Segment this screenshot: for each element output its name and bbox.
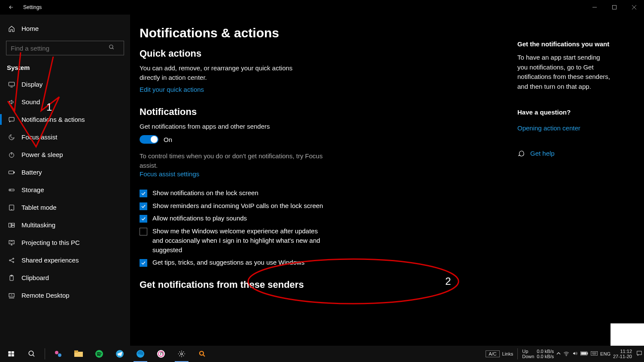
- checkbox-4[interactable]: [140, 259, 147, 267]
- app-itunes[interactable]: [152, 346, 170, 362]
- sidebar-item-focus-assist[interactable]: Focus assist: [0, 128, 130, 146]
- svg-point-14: [10, 190, 10, 190]
- tray-clock[interactable]: 11:1227-11-20: [613, 349, 634, 359]
- close-button[interactable]: [624, 0, 644, 15]
- svg-rect-18: [12, 223, 15, 225]
- sidebar-item-multitasking[interactable]: Multitasking: [0, 216, 130, 234]
- clipboard-icon: [8, 275, 15, 281]
- svg-point-23: [13, 261, 14, 262]
- app-edge[interactable]: [131, 346, 150, 362]
- get-help-link[interactable]: Get help: [530, 150, 555, 157]
- aside-want-heading: Get the notifications you want: [517, 40, 612, 48]
- quick-actions-heading: Quick actions: [140, 48, 509, 59]
- back-button[interactable]: [3, 0, 20, 15]
- svg-line-35: [33, 355, 34, 356]
- tablet-icon: [8, 204, 15, 211]
- notifications-toggle[interactable]: [140, 135, 158, 144]
- app-settings[interactable]: [172, 346, 191, 362]
- remote-icon: [8, 292, 15, 299]
- sidebar-item-tablet-mode[interactable]: Tablet mode: [0, 199, 130, 216]
- checkbox-label-3: Show me the Windows welcome experience a…: [152, 226, 324, 254]
- tray-net-values: 0.0 kB/s0.0 kB/s: [537, 349, 554, 359]
- taskbar: A/C Links UpDown 0.0 kB/s0.0 kB/s ENG 11…: [0, 346, 644, 362]
- svg-point-34: [29, 351, 33, 356]
- aside: Get the notifications you want To have a…: [517, 23, 620, 346]
- checkbox-1[interactable]: [140, 202, 147, 210]
- sidebar-item-label: Notifications & actions: [21, 116, 85, 123]
- tray-battery-icon[interactable]: [580, 351, 588, 356]
- edit-quick-actions-link[interactable]: Edit your quick actions: [140, 86, 204, 93]
- sidebar-item-remote-desktop[interactable]: Remote Desktop: [0, 287, 130, 304]
- focus-assist-link[interactable]: Focus assist settings: [140, 170, 199, 178]
- sidebar-item-battery[interactable]: Battery: [0, 163, 130, 181]
- checkbox-label-0: Show notifications on the lock screen: [152, 188, 258, 198]
- tray-keyboard-icon[interactable]: [591, 351, 598, 356]
- app-telegram[interactable]: [110, 346, 129, 362]
- svg-rect-17: [9, 223, 11, 227]
- sidebar-item-label: Display: [21, 81, 43, 88]
- sidebar-item-power-sleep[interactable]: Power & sleep: [0, 146, 130, 163]
- sidebar-item-sound[interactable]: Sound: [0, 93, 130, 111]
- sidebar-item-clipboard[interactable]: Clipboard: [0, 269, 130, 287]
- sidebar-item-label: Multitasking: [21, 221, 55, 229]
- app-paint[interactable]: [49, 346, 67, 362]
- tray-language[interactable]: ENG: [600, 351, 611, 356]
- checkbox-3[interactable]: [140, 228, 147, 235]
- tray-chevron-up-icon[interactable]: [556, 351, 561, 356]
- power-icon: [8, 151, 15, 158]
- sidebar-item-shared-experiences[interactable]: Shared experiences: [0, 251, 130, 269]
- sidebar-item-label: Sound: [21, 98, 40, 106]
- minimize-button[interactable]: [585, 0, 605, 15]
- svg-point-22: [13, 258, 14, 259]
- sidebar-item-label: Shared experiences: [21, 256, 79, 264]
- maximize-button[interactable]: [605, 0, 624, 15]
- section-title: System: [0, 57, 130, 75]
- checkbox-label-1: Show reminders and incoming VoIP calls o…: [152, 201, 323, 211]
- sidebar-item-label: Clipboard: [21, 274, 49, 281]
- sidebar-item-storage[interactable]: Storage: [0, 181, 130, 199]
- app-everything[interactable]: [193, 346, 212, 362]
- tray-links[interactable]: Links: [502, 351, 513, 356]
- search-input[interactable]: [6, 41, 124, 55]
- moon-icon: [8, 134, 15, 141]
- svg-point-36: [55, 351, 58, 354]
- sidebar-item-projecting-to-this-pc[interactable]: Projecting to this PC: [0, 234, 130, 251]
- search-button[interactable]: [22, 346, 41, 362]
- chat-icon: [517, 149, 525, 157]
- sidebar: Home System DisplaySoundNotifications & …: [0, 15, 130, 346]
- svg-line-47: [203, 355, 205, 357]
- home-row[interactable]: Home: [0, 21, 130, 36]
- sidebar-item-label: Projecting to this PC: [21, 239, 80, 246]
- sidebar-item-display[interactable]: Display: [0, 75, 130, 93]
- checkbox-label-2: Allow notifications to play sounds: [152, 214, 247, 223]
- svg-line-25: [10, 260, 12, 262]
- sidebar-item-label: Storage: [21, 186, 44, 193]
- sidebar-item-notifications-actions[interactable]: Notifications & actions: [0, 111, 130, 128]
- tray-volume-icon[interactable]: [572, 351, 578, 357]
- app-spotify[interactable]: [90, 346, 109, 362]
- multitask-icon: [8, 222, 15, 229]
- start-button[interactable]: [2, 346, 21, 362]
- aside-question-heading: Have a question?: [517, 109, 612, 116]
- svg-rect-8: [9, 117, 14, 121]
- svg-rect-28: [9, 293, 14, 297]
- tray-wifi-icon[interactable]: [563, 351, 569, 357]
- svg-rect-31: [12, 351, 14, 353]
- aside-question-link[interactable]: Opening action center: [517, 124, 580, 132]
- tray-ac[interactable]: A/C: [486, 350, 499, 357]
- checkbox-0[interactable]: [140, 190, 147, 197]
- senders-heading: Get notifications from these senders: [140, 279, 509, 290]
- sidebar-item-label: Battery: [21, 169, 42, 176]
- focus-blurb: To control times when you do or don't ge…: [140, 151, 324, 170]
- svg-point-21: [9, 259, 11, 261]
- svg-point-45: [181, 353, 183, 355]
- aside-want-text: To have an app start sending you notific…: [517, 53, 612, 91]
- app-file-explorer[interactable]: [69, 346, 88, 362]
- storage-icon: [8, 187, 15, 193]
- svg-rect-51: [587, 353, 588, 355]
- tray-net-labels: UpDown: [522, 349, 534, 359]
- svg-rect-30: [8, 351, 11, 353]
- checkbox-2[interactable]: [140, 215, 147, 223]
- tray-action-center-icon[interactable]: [636, 350, 642, 357]
- sidebar-item-label: Power & sleep: [21, 151, 63, 158]
